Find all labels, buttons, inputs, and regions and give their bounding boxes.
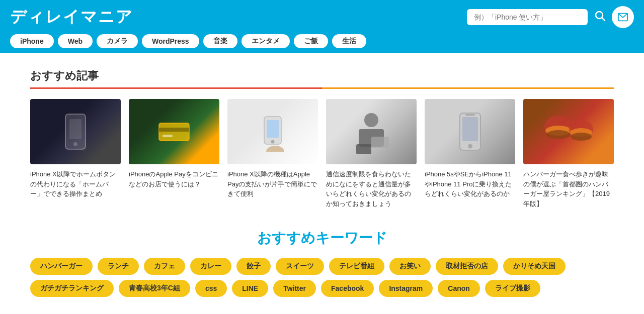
keyword-css[interactable]: css — [195, 280, 227, 297]
keyword-sweets[interactable]: スイーツ — [276, 258, 324, 275]
search-button[interactable] — [594, 10, 606, 25]
svg-rect-10 — [267, 120, 279, 138]
article-thumb-1 — [30, 99, 121, 164]
keyword-facebook[interactable]: Facebook — [321, 280, 374, 297]
search-input[interactable] — [467, 9, 588, 25]
person-laptop-icon — [349, 109, 394, 154]
keyword-canon[interactable]: Canon — [438, 280, 480, 297]
svg-rect-16 — [371, 137, 389, 148]
nav-item-life[interactable]: 生活 — [332, 34, 366, 48]
keyword-twitter[interactable]: Twitter — [273, 280, 316, 297]
keyword-owarai[interactable]: お笑い — [389, 258, 431, 275]
svg-point-5 — [73, 142, 77, 146]
article-thumb-2 — [129, 99, 219, 164]
keyword-seishun[interactable]: 青春高校3年C組 — [119, 280, 190, 297]
article-title-1: iPhone X以降でホームボタンの代わりになる「ホームバー」でできる操作まとめ — [30, 169, 121, 199]
site-title: ディレイマニア — [10, 6, 133, 28]
site-header: ディレイマニア — [0, 0, 644, 34]
keyword-cafe[interactable]: カフェ — [144, 258, 185, 275]
svg-rect-15 — [356, 144, 371, 154]
svg-rect-6 — [159, 123, 189, 141]
keyword-lunch[interactable]: ランチ — [98, 258, 139, 275]
svg-rect-7 — [159, 128, 189, 132]
article-card-2[interactable]: iPhoneのApple Payをコンビニなどのお店で使うには？ — [129, 99, 219, 208]
article-thumb-6 — [523, 99, 614, 164]
svg-point-19 — [468, 144, 472, 149]
card-icon — [156, 121, 192, 143]
old-phone-icon — [456, 109, 484, 154]
keyword-gyoza[interactable]: 餃子 — [236, 258, 271, 275]
main-content: おすすめ記事 iPhone X以降でホームボタンの代わりになる「ホームバー」でで… — [0, 53, 644, 314]
keyword-hamburger[interactable]: ハンバーガー — [30, 258, 93, 275]
article-card-6[interactable]: ハンバーガー食べ歩きが趣味の僕が選ぶ「首都圏のハンバーガー屋ランキング」【201… — [523, 99, 614, 208]
nav-item-food[interactable]: ご飯 — [294, 34, 328, 48]
search-icon — [594, 10, 606, 22]
svg-rect-4 — [69, 119, 82, 139]
burger-icon — [541, 112, 596, 152]
svg-point-23 — [546, 130, 571, 139]
keyword-tozetsu[interactable]: 取材拒否の店 — [436, 258, 498, 275]
svg-point-12 — [266, 146, 284, 152]
keywords-row1: ハンバーガー ランチ カフェ カレー 餃子 スイーツ テレビ番組 お笑い 取材拒… — [30, 258, 614, 275]
svg-point-13 — [364, 113, 378, 127]
recommended-section: おすすめ記事 iPhone X以降でホームボタンの代わりになる「ホームバー」でで… — [30, 68, 614, 208]
recommended-title: おすすめ記事 — [30, 68, 614, 83]
nav-item-wordpress[interactable]: WordPress — [142, 34, 199, 48]
keyword-instagram[interactable]: Instagram — [379, 280, 433, 297]
header-right — [467, 6, 634, 28]
section-underline — [30, 87, 614, 89]
keyword-curry[interactable]: カレー — [190, 258, 231, 275]
article-card-1[interactable]: iPhone X以降でホームボタンの代わりになる「ホームバー」でできる操作まとめ — [30, 99, 121, 208]
keyword-tv[interactable]: テレビ番組 — [329, 258, 384, 275]
keyword-karisometen[interactable]: かりそめ天国 — [503, 258, 566, 275]
article-card-5[interactable]: iPhone 5sやSEからiPhone 11やiPhone 11 Proに乗り… — [425, 99, 515, 208]
article-card-3[interactable]: iPhone X以降の機種はApple Payの支払いが片手で簡単にできて便利 — [227, 99, 318, 208]
nav-item-web[interactable]: Web — [58, 34, 93, 48]
article-thumb-3 — [227, 99, 318, 164]
nav-bar: iPhone Web カメラ WordPress 音楽 エンタメ ご飯 生活 — [0, 34, 644, 53]
nav-item-entame[interactable]: エンタメ — [242, 34, 290, 48]
keywords-title: おすすめキーワード — [30, 229, 614, 248]
phone-silhouette-icon — [60, 112, 91, 152]
nav-item-camera[interactable]: カメラ — [97, 34, 138, 48]
svg-rect-8 — [163, 135, 173, 137]
article-title-3: iPhone X以降の機種はApple Payの支払いが片手で簡単にできて便利 — [227, 169, 318, 199]
svg-rect-20 — [465, 114, 475, 116]
keywords-row2: ガチガチランキング 青春高校3年C組 css LINE Twitter Face… — [30, 280, 614, 297]
keyword-gachiranking[interactable]: ガチガチランキング — [30, 280, 114, 297]
svg-rect-18 — [462, 117, 478, 141]
mail-icon — [617, 12, 628, 23]
keywords-section: おすすめキーワード ハンバーガー ランチ カフェ カレー 餃子 スイーツ テレビ… — [30, 229, 614, 297]
article-thumb-4 — [326, 99, 417, 164]
keyword-line[interactable]: LINE — [232, 280, 268, 297]
nav-item-iphone[interactable]: iPhone — [10, 34, 54, 48]
mail-button[interactable] — [612, 6, 634, 28]
nav-item-music[interactable]: 音楽 — [203, 34, 237, 48]
hand-phone-icon — [260, 112, 285, 152]
article-title-5: iPhone 5sやSEからiPhone 11やiPhone 11 Proに乗り… — [425, 169, 515, 199]
article-grid: iPhone X以降でホームボタンの代わりになる「ホームバー」でできる操作まとめ… — [30, 99, 614, 208]
article-title-4: 通信速度制限を食らわないためになにをすると通信量が多いらどれくらい変化があるのか… — [326, 169, 417, 208]
keyword-live[interactable]: ライブ撮影 — [485, 280, 540, 297]
article-card-4[interactable]: 通信速度制限を食らわないためになにをすると通信量が多いらどれくらい変化があるのか… — [326, 99, 417, 208]
article-title-2: iPhoneのApple Payをコンビニなどのお店で使うには？ — [129, 169, 219, 189]
svg-point-11 — [271, 140, 275, 144]
article-thumb-5 — [425, 99, 515, 164]
svg-line-1 — [602, 18, 605, 21]
article-title-6: ハンバーガー食べ歩きが趣味の僕が選ぶ「首都圏のハンバーガー屋ランキング」【201… — [523, 169, 614, 208]
svg-point-26 — [571, 133, 592, 141]
